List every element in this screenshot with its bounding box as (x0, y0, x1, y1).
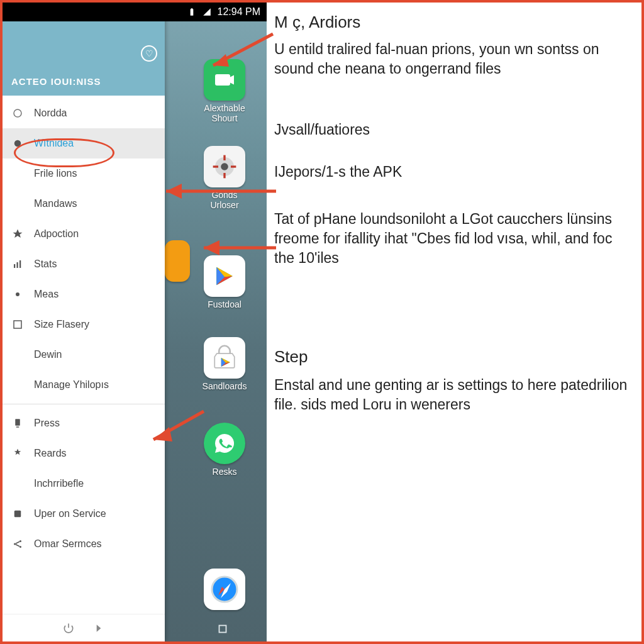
app-label: AlexthableShourt (196, 103, 253, 123)
recents-icon[interactable] (216, 622, 230, 636)
callout-label: Jvsall/fuatiores (274, 121, 634, 138)
tutorial-paragraph: Enstal and une genting ar is settings to… (274, 375, 634, 414)
drawer-header: ♡ ACTEO IOUI:NISS (3, 21, 165, 96)
step-heading: Step (274, 347, 634, 367)
menu-item-manage[interactable]: Manage Yhilopıs (3, 370, 165, 400)
menu-item-reards[interactable]: Reards (3, 438, 165, 469)
svg-rect-17 (15, 419, 20, 426)
svg-point-10 (14, 109, 21, 117)
app-label: Resks (196, 467, 253, 477)
profile-icon[interactable]: ♡ (141, 45, 157, 62)
svg-point-15 (16, 292, 19, 296)
menu-item-frile[interactable]: Frile lions (3, 158, 165, 189)
app-icon-playstore-1[interactable] (204, 255, 245, 297)
svg-rect-18 (16, 426, 19, 428)
svg-rect-9 (219, 626, 226, 633)
svg-rect-19 (14, 511, 21, 518)
power-icon[interactable] (62, 622, 75, 635)
svg-rect-13 (17, 262, 18, 268)
battery-icon (187, 8, 196, 16)
callout-label: IJepors/1-s the APK (274, 164, 634, 180)
menu-label: Meas (34, 289, 58, 300)
svg-point-1 (221, 163, 228, 170)
menu-item-adpoction[interactable]: Adpoction (3, 219, 165, 249)
menu-label: Stats (34, 258, 57, 270)
tutorial-panel: M ç, Ardiors U entild tralired fal-nuan … (274, 13, 634, 634)
menu-item-omar[interactable]: Omar Sermces (3, 529, 165, 559)
svg-rect-3 (223, 173, 225, 178)
menu-label: Reards (34, 448, 67, 459)
svg-rect-16 (14, 321, 21, 328)
svg-rect-2 (223, 155, 225, 160)
svg-rect-4 (213, 165, 218, 167)
menu-item-inchr[interactable]: Inchrribefle (3, 469, 165, 499)
svg-rect-12 (14, 264, 15, 268)
menu-item-witnidea[interactable]: Wïtnidea (3, 128, 165, 158)
menu-label: Manage Yhilopıs (34, 379, 109, 391)
menu-label: Inchrribefle (34, 478, 84, 489)
signal-icon-2 (203, 8, 211, 16)
menu-label: Uper on Service (34, 508, 106, 519)
menu-label: Nordda (34, 108, 67, 119)
menu-item-press[interactable]: Press (3, 408, 165, 438)
menu-label: Adpoction (34, 228, 79, 240)
menu-item-stats[interactable]: Stats (3, 249, 165, 279)
svg-point-20 (14, 543, 16, 545)
menu-item-meas[interactable]: Meas (3, 279, 165, 309)
menu-label: Frile lions (34, 168, 77, 179)
menu-label: Press (34, 418, 60, 429)
navigation-drawer: ♡ ACTEO IOUI:NISS Nordda Wïtnidea Frile … (3, 3, 165, 641)
menu-label: Omar Sermces (34, 538, 102, 550)
svg-rect-14 (19, 260, 21, 268)
menu-label: Size Flasery (34, 319, 89, 330)
svg-point-22 (19, 546, 21, 548)
drawer-menu: Nordda Wïtnidea Frile lions Mandaws Adpo… (3, 96, 165, 614)
app-icon-playstore-2[interactable] (204, 337, 245, 379)
app-icon-partial[interactable] (165, 240, 190, 282)
app-icon-target[interactable] (204, 146, 245, 187)
svg-point-11 (14, 140, 21, 147)
menu-label: Mandaws (34, 198, 77, 209)
menu-item-nordda[interactable]: Nordda (3, 98, 165, 128)
menu-label: Dewin (34, 349, 62, 360)
menu-item-size[interactable]: Size Flasery (3, 309, 165, 340)
tutorial-paragraph: U entild tralired fal-nuan prions, youn … (274, 40, 634, 79)
menu-item-dewin[interactable]: Dewin (3, 340, 165, 370)
drawer-title: ACTEO IOUI:NISS (11, 76, 101, 87)
tutorial-paragraph: Tat of pHane loundsoniloht a LGot caucch… (274, 209, 634, 268)
app-icon-whatsapp[interactable] (204, 423, 245, 464)
app-label: Fustdoal (196, 299, 253, 309)
svg-point-21 (19, 540, 21, 542)
forward-icon[interactable] (92, 622, 105, 635)
menu-item-uper[interactable]: Uper on Service (3, 499, 165, 529)
app-icon-video[interactable] (204, 59, 245, 101)
svg-rect-5 (231, 165, 236, 167)
menu-item-mandaws[interactable]: Mandaws (3, 189, 165, 219)
app-icon-safari[interactable] (204, 569, 245, 610)
app-label: GondsUrloser (196, 190, 253, 210)
clock-label: 12:94 PM (218, 6, 260, 18)
app-label: Sandloards (196, 381, 253, 391)
tutorial-title: M ç, Ardiors (274, 13, 634, 32)
drawer-footer (3, 614, 165, 641)
menu-label: Wïtnidea (34, 138, 74, 149)
